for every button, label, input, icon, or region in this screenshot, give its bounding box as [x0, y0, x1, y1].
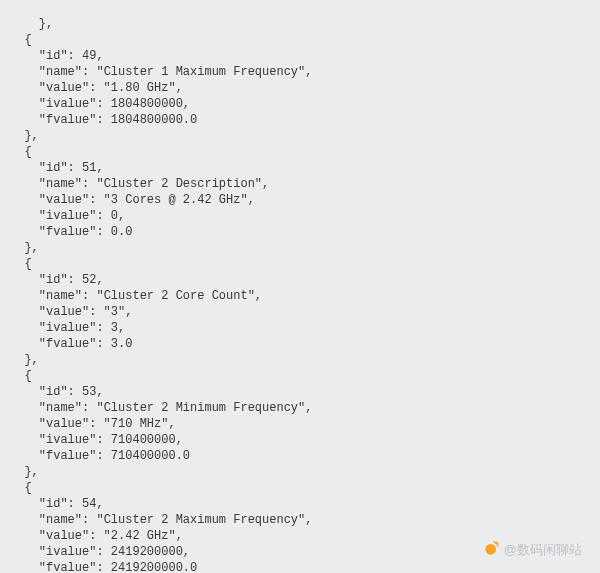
entry-2-ivalue: 3: [111, 321, 118, 335]
watermark: @数码闲聊站: [484, 540, 582, 559]
entry-4-value: 2.42 GHz: [111, 529, 169, 543]
entry-3-id: 53: [82, 385, 96, 399]
entry-4-name: Cluster 2 Maximum Frequency: [104, 513, 298, 527]
entry-0-ivalue: 1804800000: [111, 97, 183, 111]
watermark-text: @数码闲聊站: [504, 541, 582, 559]
entry-1-fvalue: 0.0: [111, 225, 133, 239]
entry-2-open: }, {: [10, 241, 39, 271]
svg-point-0: [485, 544, 496, 555]
entry-2-name: Cluster 2 Core Count: [104, 289, 248, 303]
entry-2-value: 3: [111, 305, 118, 319]
entry-4-open: }, {: [10, 465, 39, 495]
entry-3-value: 710 MHz: [111, 417, 161, 431]
entry-3-ivalue: 710400000: [111, 433, 176, 447]
entry-4-ivalue: 2419200000: [111, 545, 183, 559]
entry-0-fvalue: 1804800000.0: [111, 113, 197, 127]
entry-1-id: 51: [82, 161, 96, 175]
entry-4-id: 54: [82, 497, 96, 511]
entry-0-id: 49: [82, 49, 96, 63]
entry-1-value: 3 Cores @ 2.42 GHz: [111, 193, 241, 207]
entry-0-open: }, {: [10, 17, 53, 47]
entry-2-fvalue: 3.0: [111, 337, 133, 351]
entry-3-open: }, {: [10, 353, 39, 383]
entry-1-name: Cluster 2 Description: [104, 177, 255, 191]
entry-0-name: Cluster 1 Maximum Frequency: [104, 65, 298, 79]
entry-1-ivalue: 0: [111, 209, 118, 223]
json-dump: }, { "id": 49, "name": "Cluster 1 Maximu…: [0, 0, 600, 573]
entry-0-value: 1.80 GHz: [111, 81, 169, 95]
entry-4-fvalue: 2419200000.0: [111, 561, 197, 573]
entry-3-name: Cluster 2 Minimum Frequency: [104, 401, 298, 415]
entry-2-id: 52: [82, 273, 96, 287]
entry-3-fvalue: 710400000.0: [111, 449, 190, 463]
entry-1-open: }, {: [10, 129, 39, 159]
weibo-icon: [484, 540, 500, 559]
